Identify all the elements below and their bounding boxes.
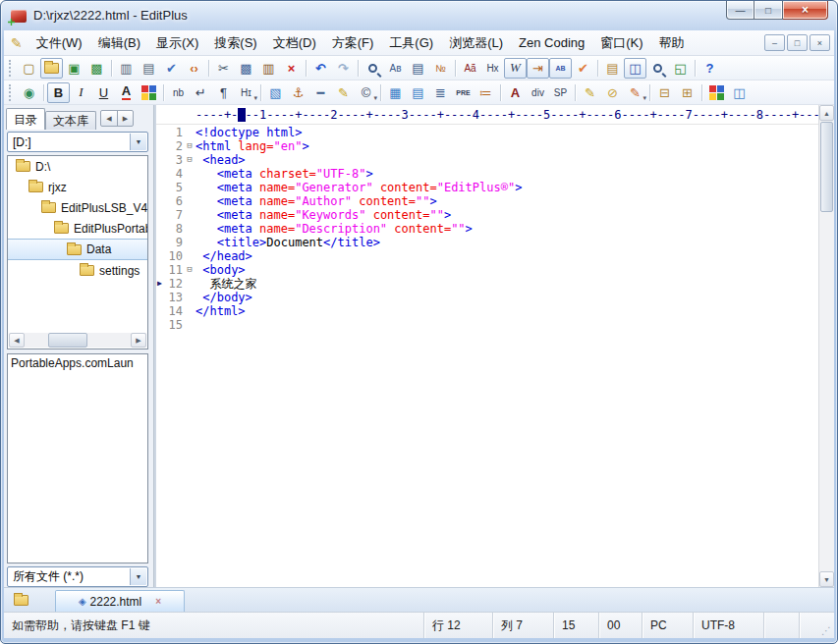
chevron-down-icon[interactable]: ▼ — [130, 134, 146, 150]
tab-cliptext[interactable]: 文本库 — [45, 111, 96, 130]
word-wrap-button[interactable]: W — [504, 58, 527, 79]
new-file-button[interactable]: ▢ — [18, 58, 40, 79]
delete-button[interactable]: × — [280, 58, 303, 79]
font-button[interactable]: Aã — [459, 58, 481, 79]
spell-check-button[interactable]: ✔ — [160, 58, 183, 79]
code-line[interactable]: 9 <title>Document</title> — [156, 236, 818, 249]
colorize-button[interactable]: ✎ — [624, 82, 646, 103]
scroll-right-icon[interactable]: ▶ — [131, 333, 146, 348]
menu-item[interactable]: 文件(W) — [28, 32, 90, 54]
bold-button[interactable]: B — [47, 82, 70, 103]
document-list-button[interactable]: ▤ — [601, 58, 624, 79]
code-line[interactable]: 2⊟<html lang="en"> — [156, 139, 818, 153]
file-filter-select[interactable]: 所有文件 (*.*) ▼ — [7, 566, 148, 587]
menu-item[interactable]: 编辑(B) — [90, 32, 148, 54]
quick-edit-button[interactable]: ✎ — [579, 82, 601, 103]
code-line[interactable]: 4 <meta charset="UTF-8"> — [156, 167, 818, 181]
browser-preview-button[interactable] — [646, 58, 669, 79]
align-button[interactable]: ≣ — [429, 82, 452, 103]
frame-button[interactable]: ◫ — [728, 82, 751, 103]
copy-button[interactable]: ▩ — [235, 58, 257, 79]
color-palette-button[interactable] — [138, 82, 160, 103]
cut-button[interactable]: ✂ — [212, 58, 235, 79]
code-line[interactable]: 5 <meta name="Generator" content="EditPl… — [156, 181, 818, 194]
menu-item[interactable]: 显示(X) — [148, 32, 206, 54]
fold-marker-icon[interactable]: ⊟ — [184, 139, 196, 153]
tab-list-button[interactable] — [8, 590, 33, 610]
scrollbar-thumb[interactable] — [820, 122, 833, 212]
copyright-button[interactable]: © — [355, 82, 377, 103]
undo-button[interactable]: ↶ — [309, 58, 332, 79]
editor-pane[interactable]: ----+----1----+----2----+----3----+----4… — [154, 105, 834, 587]
tree-item[interactable]: rjxz — [8, 177, 147, 197]
menu-item[interactable]: Zen Coding — [511, 32, 592, 54]
drive-select[interactable]: [D:] ▼ — [7, 132, 148, 152]
link-a-button[interactable]: A — [504, 82, 527, 103]
menu-item[interactable]: 工具(G) — [381, 32, 441, 54]
auto-complete-button[interactable]: AB — [549, 58, 572, 79]
code-line[interactable]: 3⊟ <head> — [156, 153, 818, 167]
edit-pencil-button[interactable]: ✎ — [332, 82, 355, 103]
scrollbar-thumb[interactable] — [48, 333, 87, 348]
code-line[interactable]: 10 </head> — [156, 249, 818, 263]
eraser-button[interactable]: ⊘ — [601, 82, 624, 103]
tab-close-icon[interactable]: × — [155, 596, 161, 607]
replace-button[interactable]: Aʙ — [384, 58, 407, 79]
syntax-check-button[interactable]: ✔ — [572, 58, 594, 79]
scroll-left-icon[interactable]: ◀ — [9, 333, 25, 348]
save-button[interactable]: ▣ — [63, 58, 85, 79]
menu-item[interactable]: 文档(D) — [265, 32, 324, 54]
line-break-button[interactable]: ↵ — [190, 82, 212, 103]
context-help-button[interactable]: ? — [698, 58, 721, 79]
toolbar-grip[interactable] — [9, 60, 13, 77]
code-line[interactable]: 7 <meta name="Keywords" content=""> — [156, 208, 818, 222]
tab-directory[interactable]: 目录 — [6, 108, 45, 130]
pre-button[interactable]: PRE — [452, 82, 475, 103]
underline-button[interactable]: U — [92, 82, 115, 103]
save-all-button[interactable]: ▩ — [85, 58, 108, 79]
menu-item[interactable]: 浏览器(L) — [441, 32, 511, 54]
minimize-button[interactable]: — — [726, 1, 754, 20]
code-area[interactable]: 1<!doctype html>2⊟<html lang="en">3⊟ <he… — [156, 126, 818, 587]
span-button[interactable]: SP — [549, 82, 572, 103]
horizontal-rule-button[interactable]: ━ — [309, 82, 332, 103]
mdi-close-button[interactable]: × — [810, 34, 830, 51]
code-line[interactable]: 15 — [156, 318, 818, 332]
fold-marker-icon[interactable]: ⊟ — [184, 153, 196, 167]
vertical-scrollbar[interactable]: ▲ ▼ — [818, 105, 834, 587]
code-line[interactable]: 13 </body> — [156, 291, 818, 304]
open-file-button[interactable] — [40, 58, 63, 79]
tree-item[interactable]: D:\ — [8, 156, 147, 177]
tree-item[interactable]: EditPlusLSB_V4.2 — [8, 197, 147, 218]
html-tags-button[interactable]: ‹› — [183, 58, 205, 79]
mdi-restore-button[interactable]: □ — [787, 34, 808, 51]
italic-button[interactable]: I — [70, 82, 92, 103]
web-colors-button[interactable] — [705, 82, 728, 103]
code-line[interactable]: 6 <meta name="Author" content=""> — [156, 194, 818, 208]
tab-scroll-right-icon[interactable]: ▶ — [117, 111, 133, 126]
menu-item[interactable]: 窗口(K) — [592, 32, 650, 54]
table-row-button[interactable]: ▤ — [407, 82, 429, 103]
nbsp-button[interactable]: nb — [167, 82, 190, 103]
split-window-button[interactable]: ◫ — [624, 58, 646, 79]
code-line[interactable]: 1<!doctype html> — [156, 126, 818, 139]
code-line[interactable]: 8 <meta name="Description" content=""> — [156, 222, 818, 236]
code-line[interactable]: 11⊟ <body> — [156, 263, 818, 277]
auto-indent-button[interactable]: ⇥ — [527, 58, 549, 79]
code-line[interactable]: 14</html> — [156, 304, 818, 318]
paste-button[interactable]: ▥ — [257, 58, 280, 79]
close-button[interactable]: × — [783, 1, 828, 20]
code-line[interactable]: ▶12 系统之家 — [156, 277, 818, 291]
menu-item[interactable]: 帮助 — [651, 32, 693, 54]
maximize-button[interactable]: □ — [754, 1, 783, 20]
title-bar[interactable]: D:\rjxz\2222.html - EditPlus — □ × — [1, 1, 837, 30]
print-button[interactable]: ▤ — [138, 58, 160, 79]
document-tab[interactable]: ◈ 2222.html × — [55, 590, 185, 612]
tree-item[interactable]: Data — [8, 239, 147, 260]
redo-button[interactable]: ↷ — [332, 58, 355, 79]
font-color-button[interactable]: A — [115, 82, 138, 103]
mdi-minimize-button[interactable]: – — [764, 34, 785, 51]
form-button-button[interactable]: ⊞ — [676, 82, 698, 103]
paragraph-button[interactable]: ¶ — [212, 82, 235, 103]
find-in-files-button[interactable]: ▤ — [407, 58, 429, 79]
